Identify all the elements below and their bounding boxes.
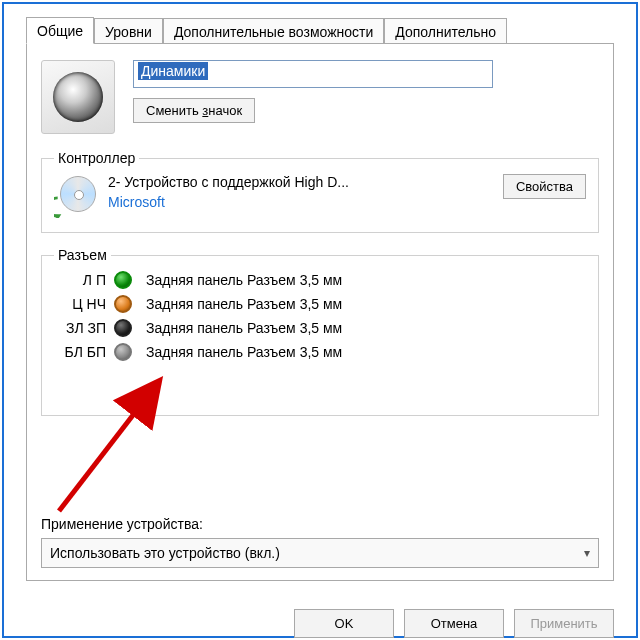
device-usage-select[interactable]: Использовать это устройство (вкл.) ▾ <box>41 538 599 568</box>
properties-dialog: Общие Уровни Дополнительные возможности … <box>2 2 638 638</box>
jack-dot-grey-icon <box>114 343 132 361</box>
disc-icon <box>54 174 98 218</box>
jack-text: Задняя панель Разъем 3,5 мм <box>146 296 586 312</box>
jacks-group: Разъем Л П Задняя панель Разъем 3,5 мм Ц… <box>41 247 599 416</box>
ok-button[interactable]: OK <box>294 609 394 638</box>
apply-button[interactable]: Применить <box>514 609 614 638</box>
jack-label: Ц НЧ <box>54 296 106 312</box>
jack-text: Задняя панель Разъем 3,5 мм <box>146 344 586 360</box>
jack-dot-orange-icon <box>114 295 132 313</box>
jack-label: Л П <box>54 272 106 288</box>
chevron-down-icon: ▾ <box>584 546 598 560</box>
jack-dot-black-icon <box>114 319 132 337</box>
controller-legend: Контроллер <box>54 150 139 166</box>
tab-general[interactable]: Общие <box>26 17 94 44</box>
cancel-button[interactable]: Отмена <box>404 609 504 638</box>
tab-levels[interactable]: Уровни <box>94 18 163 44</box>
jack-label: ЗЛ ЗП <box>54 320 106 336</box>
dialog-footer: OK Отмена Применить <box>294 603 614 638</box>
device-usage-value: Использовать это устройство (вкл.) <box>50 545 280 561</box>
tab-bar: Общие Уровни Дополнительные возможности … <box>4 4 636 43</box>
controller-group: Контроллер 2- Устройство с поддержкой Hi… <box>41 150 599 233</box>
controller-properties-button[interactable]: Свойства <box>503 174 586 199</box>
jacks-legend: Разъем <box>54 247 111 263</box>
device-header: Динамики Сменить значок <box>41 60 599 134</box>
jack-text: Задняя панель Разъем 3,5 мм <box>146 320 586 336</box>
controller-name: 2- Устройство с поддержкой High D... <box>108 174 493 190</box>
device-name-input[interactable]: Динамики <box>133 60 493 88</box>
device-usage-label: Применение устройства: <box>41 516 599 532</box>
controller-manufacturer[interactable]: Microsoft <box>108 194 493 210</box>
tab-advanced[interactable]: Дополнительно <box>384 18 507 44</box>
jack-dot-green-icon <box>114 271 132 289</box>
jack-text: Задняя панель Разъем 3,5 мм <box>146 272 586 288</box>
change-icon-button[interactable]: Сменить значок <box>133 98 255 123</box>
tab-enhancements[interactable]: Дополнительные возможности <box>163 18 384 44</box>
jack-grid: Л П Задняя панель Разъем 3,5 мм Ц НЧ Зад… <box>54 271 586 361</box>
jack-label: БЛ БП <box>54 344 106 360</box>
tab-panel-general: Динамики Сменить значок Контроллер 2- Ус… <box>26 43 614 581</box>
speaker-icon <box>41 60 115 134</box>
